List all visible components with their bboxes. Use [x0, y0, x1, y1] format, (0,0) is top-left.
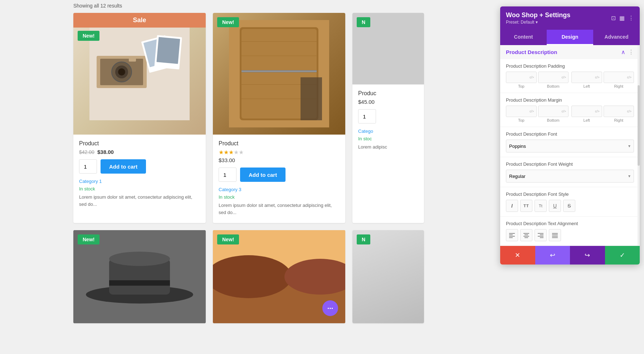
btn-italic[interactable]: I: [506, 200, 518, 212]
btn-align-center[interactable]: [520, 229, 532, 241]
margin-right-input-wrapper: c/>: [604, 106, 634, 117]
btn-align-right[interactable]: [535, 229, 547, 241]
svg-rect-37: [523, 236, 529, 237]
section-controls: ∧ ⋮: [621, 49, 634, 55]
btn-uppercase[interactable]: TT: [520, 200, 532, 212]
margin-left-input[interactable]: [574, 109, 595, 114]
panel-preset[interactable]: Preset: Default ▾: [506, 20, 570, 25]
qty-input-2[interactable]: [219, 168, 236, 182]
footer-undo-button[interactable]: ↩: [535, 246, 570, 265]
padding-top-input[interactable]: [508, 75, 530, 80]
padding-tb-inputs: c/> c/>: [506, 72, 569, 83]
scrollbar-thumb[interactable]: [638, 85, 640, 165]
padding-top-code: c/>: [530, 76, 534, 79]
panel-icon-3[interactable]: ⋮: [628, 15, 634, 21]
svg-rect-42: [540, 237, 543, 238]
add-to-cart-button-1[interactable]: Add to cart: [101, 159, 146, 174]
font-select-wrapper: Poppins: [506, 140, 634, 152]
margin-bottom-input[interactable]: [541, 109, 562, 114]
padding-right-input[interactable]: [606, 75, 627, 80]
product-card-2: New!: [213, 13, 345, 223]
padding-right-label: Right: [604, 84, 634, 88]
qty-input-1[interactable]: [79, 159, 97, 174]
margin-left-right: c/> c/> Left Right: [571, 106, 634, 122]
product-category-3[interactable]: Catego: [358, 128, 418, 134]
margin-left-label: Left: [571, 118, 602, 122]
margin-left-code: c/>: [595, 110, 599, 113]
price-original-1: $42.00: [79, 149, 94, 155]
product-category-1[interactable]: Category 1: [79, 179, 200, 184]
fab-icon: ···: [327, 304, 333, 312]
padding-label: Product Description Padding: [506, 63, 634, 69]
product-category-2[interactable]: Category 3: [219, 187, 340, 192]
btn-titlecase[interactable]: Tt: [535, 200, 547, 212]
panel-tabs: Content Design Advanced: [500, 30, 640, 45]
svg-rect-38: [525, 237, 528, 238]
tab-design[interactable]: Design: [547, 30, 593, 45]
add-to-cart-row-1: Add to cart: [79, 159, 200, 174]
padding-top-bottom: c/> c/> Top Bottom: [506, 72, 569, 88]
field-font-style: Product Description Font Style I TT Tt U…: [500, 187, 640, 217]
badge-new-1: New!: [78, 31, 99, 41]
padding-inputs: c/> c/> Top Bottom: [506, 72, 634, 88]
panel-icon-2[interactable]: ▦: [619, 15, 625, 21]
product-image-2: New!: [213, 13, 345, 135]
add-to-cart-button-2[interactable]: Add to cart: [240, 168, 286, 182]
font-select[interactable]: Poppins: [506, 140, 634, 152]
panel-icon-1[interactable]: ⊡: [611, 15, 616, 21]
btn-underline[interactable]: U: [549, 200, 561, 212]
align-center-icon: [523, 232, 529, 238]
margin-top-input[interactable]: [508, 109, 530, 114]
field-text-alignment: Product Description Text Alignment: [500, 217, 640, 246]
font-style-label: Product Description Font Style: [506, 191, 634, 197]
footer-cancel-button[interactable]: ✕: [500, 246, 535, 265]
svg-rect-46: [552, 237, 558, 238]
product-image-4: New!: [73, 230, 206, 323]
qty-input-3[interactable]: [358, 109, 376, 123]
product-info-3: Produc $45.00 Catego In stoc Lorem adipi…: [352, 84, 424, 158]
field-font-weight: Product Description Font Weight Regular …: [500, 157, 640, 187]
padding-lr-labels: Left Right: [571, 84, 634, 88]
padding-left-input[interactable]: [574, 75, 595, 80]
product-desc-3: Lorem adipisc: [358, 144, 418, 151]
scrollbar-track: [638, 45, 640, 246]
badge-new-4: New!: [78, 234, 99, 244]
footer-save-button[interactable]: ✓: [605, 246, 640, 265]
in-stock-3: In stoc: [358, 136, 418, 141]
btn-align-justify[interactable]: [549, 229, 561, 241]
font-weight-select[interactable]: Regular Thin Light Medium SemiBold Bold: [506, 170, 634, 183]
padding-bottom-input[interactable]: [541, 75, 562, 80]
product-info-1: Product $42.00 $38.00 Add to cart Catego…: [73, 135, 206, 215]
section-more-options[interactable]: ⋮: [628, 49, 634, 55]
main-content: Showing all 12 results Sale New!: [0, 0, 644, 354]
section-chevron-up[interactable]: ∧: [621, 49, 625, 55]
results-count: Showing all 12 results: [73, 3, 122, 9]
padding-left-right: c/> c/> Left Right: [571, 72, 634, 88]
align-justify-icon: [552, 232, 558, 238]
sale-banner: Sale: [73, 13, 206, 28]
product-price-3: $45.00: [358, 99, 418, 105]
btn-strikethrough[interactable]: S: [563, 200, 575, 212]
panel-footer: ✕ ↩ ↪ ✓: [500, 246, 640, 265]
fab-button[interactable]: ···: [322, 300, 338, 316]
margin-right-input[interactable]: [606, 109, 627, 114]
product-price-2: $33.00: [219, 157, 340, 163]
padding-right-code: c/>: [627, 76, 631, 79]
footer-redo-button[interactable]: ↪: [570, 246, 605, 265]
add-to-cart-row-3: [358, 109, 418, 123]
margin-top-code: c/>: [530, 110, 534, 113]
tab-advanced[interactable]: Advanced: [593, 30, 640, 45]
padding-left-input-wrapper: c/>: [571, 72, 602, 83]
margin-lr-labels: Left Right: [571, 118, 634, 122]
field-margin: Product Description Margin c/> c/>: [500, 93, 640, 127]
field-font: Product Description Font Poppins: [500, 127, 640, 157]
margin-top-label: Top: [506, 118, 537, 122]
btn-align-left[interactable]: [506, 229, 518, 241]
margin-right-label: Right: [604, 118, 634, 122]
svg-rect-6: [129, 57, 136, 62]
alignment-buttons: [506, 229, 634, 241]
tab-content[interactable]: Content: [500, 30, 547, 45]
product-card-6: N: [352, 230, 424, 323]
svg-rect-10: [156, 37, 180, 64]
section-header: Product Description ∧ ⋮: [500, 45, 640, 59]
